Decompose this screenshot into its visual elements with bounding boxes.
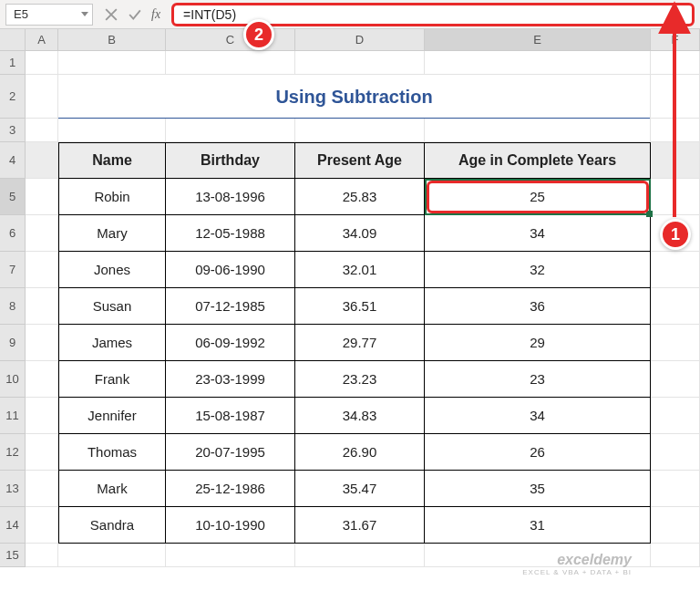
cell-A6[interactable] — [26, 215, 58, 252]
col-header-E[interactable]: E — [425, 29, 651, 50]
cell-D3[interactable] — [295, 119, 425, 142]
cell-F5[interactable] — [651, 179, 700, 215]
cell-D12[interactable]: 26.90 — [295, 434, 425, 471]
cell-E3[interactable] — [425, 119, 651, 142]
cancel-icon[interactable] — [104, 7, 118, 22]
col-header-C[interactable]: C — [166, 29, 295, 50]
cell-C10[interactable]: 23-03-1999 — [166, 361, 295, 398]
cell-B11[interactable]: Jennifer — [58, 398, 166, 434]
cell-A10[interactable] — [26, 361, 58, 398]
cell-F14[interactable] — [651, 507, 700, 544]
cell-B9[interactable]: James — [58, 325, 166, 361]
row-header-11[interactable]: 11 — [0, 398, 26, 434]
cell-B7[interactable]: Jones — [58, 252, 166, 288]
cell-D10[interactable]: 23.23 — [295, 361, 425, 398]
cell-E11[interactable]: 34 — [425, 398, 651, 434]
cell-D6[interactable]: 34.09 — [295, 215, 425, 252]
cell-F11[interactable] — [651, 398, 700, 434]
cell-C6[interactable]: 12-05-1988 — [166, 215, 295, 252]
th-present-age[interactable]: Present Age — [295, 142, 425, 179]
cell-F1[interactable] — [651, 51, 700, 75]
cell-A1[interactable] — [26, 51, 58, 75]
row-header-14[interactable]: 14 — [0, 507, 26, 544]
title-cell[interactable]: Using Subtraction — [58, 75, 651, 119]
th-age-complete[interactable]: Age in Complete Years — [425, 142, 651, 179]
cell-E1[interactable] — [425, 51, 651, 75]
cell-F13[interactable] — [651, 471, 700, 507]
cell-E8[interactable]: 36 — [425, 288, 651, 325]
name-box[interactable]: E5 — [5, 4, 93, 26]
cell-A13[interactable] — [26, 471, 58, 507]
enter-icon[interactable] — [128, 7, 142, 22]
col-header-F[interactable]: F — [651, 29, 700, 50]
cell-C7[interactable]: 09-06-1990 — [166, 252, 295, 288]
row-header-15[interactable]: 15 — [0, 544, 26, 567]
row-header-13[interactable]: 13 — [0, 471, 26, 507]
row-header-5[interactable]: 5 — [0, 179, 26, 215]
th-name[interactable]: Name — [58, 142, 166, 179]
cell-F2[interactable] — [651, 75, 700, 119]
cell-E10[interactable]: 23 — [425, 361, 651, 398]
cell-A9[interactable] — [26, 325, 58, 361]
cell-C13[interactable]: 25-12-1986 — [166, 471, 295, 507]
cell-F3[interactable] — [651, 119, 700, 142]
row-header-6[interactable]: 6 — [0, 215, 26, 252]
cell-A3[interactable] — [26, 119, 58, 142]
cell-F12[interactable] — [651, 434, 700, 471]
cell-C12[interactable]: 20-07-1995 — [166, 434, 295, 471]
cell-D5[interactable]: 25.83 — [295, 179, 425, 215]
col-header-B[interactable]: B — [58, 29, 166, 50]
cell-D7[interactable]: 32.01 — [295, 252, 425, 288]
cell-C15[interactable] — [166, 544, 295, 567]
cell-F10[interactable] — [651, 361, 700, 398]
select-all-corner[interactable] — [0, 29, 26, 50]
cell-B6[interactable]: Mary — [58, 215, 166, 252]
row-header-12[interactable]: 12 — [0, 434, 26, 471]
cell-E12[interactable]: 26 — [425, 434, 651, 471]
cell-E14[interactable]: 31 — [425, 507, 651, 544]
cell-D8[interactable]: 36.51 — [295, 288, 425, 325]
fx-icon[interactable]: fx — [151, 7, 160, 22]
cell-C14[interactable]: 10-10-1990 — [166, 507, 295, 544]
row-header-2[interactable]: 2 — [0, 75, 26, 119]
cell-D1[interactable] — [295, 51, 425, 75]
cell-D14[interactable]: 31.67 — [295, 507, 425, 544]
cell-A8[interactable] — [26, 288, 58, 325]
cell-E7[interactable]: 32 — [425, 252, 651, 288]
cell-D15[interactable] — [295, 544, 425, 567]
cell-E13[interactable]: 35 — [425, 471, 651, 507]
cell-C11[interactable]: 15-08-1987 — [166, 398, 295, 434]
row-header-4[interactable]: 4 — [0, 142, 26, 179]
cell-A2[interactable] — [26, 75, 58, 119]
cell-D11[interactable]: 34.83 — [295, 398, 425, 434]
cell-A7[interactable] — [26, 252, 58, 288]
cell-F15[interactable] — [651, 544, 700, 567]
cell-F8[interactable] — [651, 288, 700, 325]
cell-F7[interactable] — [651, 252, 700, 288]
cell-B10[interactable]: Frank — [58, 361, 166, 398]
cell-A5[interactable] — [26, 179, 58, 215]
cell-B1[interactable] — [58, 51, 166, 75]
cell-B13[interactable]: Mark — [58, 471, 166, 507]
cell-C3[interactable] — [166, 119, 295, 142]
cell-B12[interactable]: Thomas — [58, 434, 166, 471]
cell-C5[interactable]: 13-08-1996 — [166, 179, 295, 215]
cell-B3[interactable] — [58, 119, 166, 142]
cell-A15[interactable] — [26, 544, 58, 567]
row-header-9[interactable]: 9 — [0, 325, 26, 361]
cell-C8[interactable]: 07-12-1985 — [166, 288, 295, 325]
cell-A4[interactable] — [26, 142, 58, 179]
cell-B5[interactable]: Robin — [58, 179, 166, 215]
cell-E9[interactable]: 29 — [425, 325, 651, 361]
cell-C1[interactable] — [166, 51, 295, 75]
row-header-10[interactable]: 10 — [0, 361, 26, 398]
cell-F4[interactable] — [651, 142, 700, 179]
cell-E6[interactable]: 34 — [425, 215, 651, 252]
cell-D9[interactable]: 29.77 — [295, 325, 425, 361]
th-birthday[interactable]: Birthday — [166, 142, 295, 179]
cell-B8[interactable]: Susan — [58, 288, 166, 325]
row-header-1[interactable]: 1 — [0, 51, 26, 75]
cell-F9[interactable] — [651, 325, 700, 361]
col-header-A[interactable]: A — [26, 29, 58, 50]
cell-B14[interactable]: Sandra — [58, 507, 166, 544]
